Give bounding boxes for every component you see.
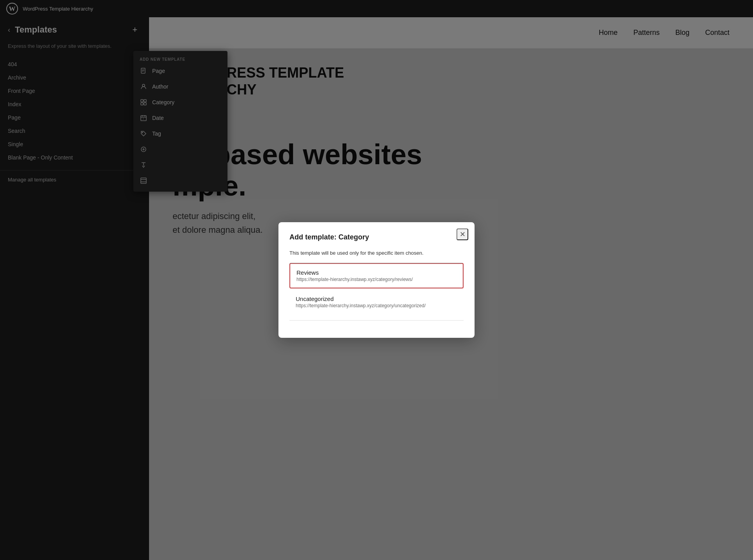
modal-item-reviews-url: https://template-hierarchy.instawp.xyz/c… — [296, 277, 457, 282]
modal-item-reviews[interactable]: Reviews https://template-hierarchy.insta… — [289, 263, 464, 288]
modal-divider — [289, 320, 464, 321]
modal-overlay: Add template: Category ✕ This template w… — [0, 0, 753, 560]
modal-item-reviews-name: Reviews — [296, 269, 457, 276]
modal-title: Add template: Category — [289, 233, 464, 241]
add-template-modal: Add template: Category ✕ This template w… — [278, 222, 475, 338]
modal-item-uncategorized[interactable]: Uncategorized https://template-hierarchy… — [289, 290, 464, 314]
modal-notice: This template will be used only for the … — [289, 249, 464, 257]
modal-item-uncategorized-name: Uncategorized — [296, 295, 457, 302]
modal-close-button[interactable]: ✕ — [457, 228, 468, 240]
modal-item-uncategorized-url: https://template-hierarchy.instawp.xyz/c… — [296, 303, 457, 308]
